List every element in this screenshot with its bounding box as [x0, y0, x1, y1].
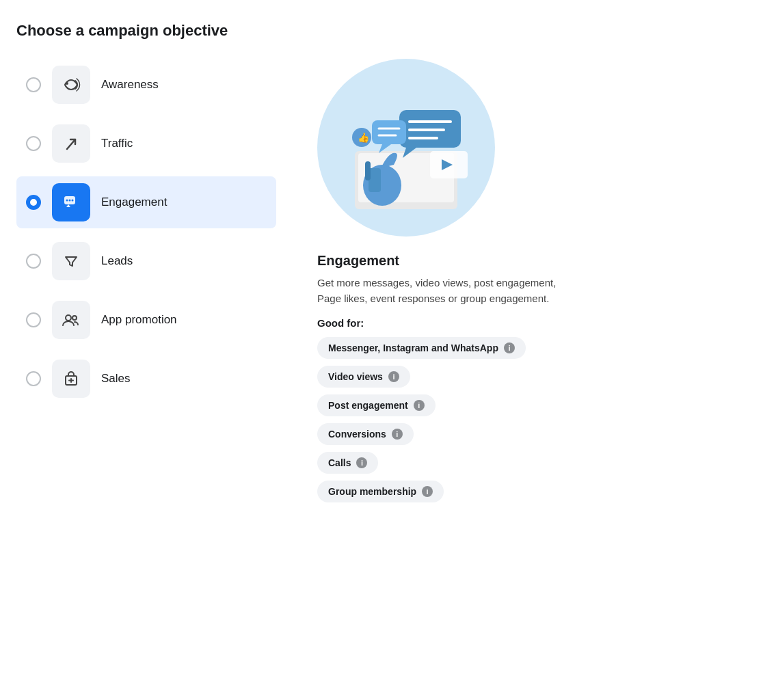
- objective-awareness[interactable]: Awareness: [16, 59, 276, 111]
- traffic-label: Traffic: [101, 137, 133, 150]
- svg-text:👍: 👍: [358, 132, 370, 144]
- sales-label: Sales: [101, 372, 131, 386]
- engagement-label: Engagement: [101, 196, 167, 209]
- radio-sales[interactable]: [26, 371, 41, 386]
- tag-calls-label: Calls: [328, 457, 351, 468]
- awareness-label: Awareness: [101, 78, 159, 92]
- engagement-illustration: 👍: [317, 59, 495, 237]
- tag-group-membership[interactable]: Group membership i: [317, 481, 444, 502]
- objective-leads[interactable]: Leads: [16, 235, 276, 287]
- radio-awareness[interactable]: [26, 77, 41, 92]
- sales-icon-box: [52, 360, 90, 398]
- tag-post-engagement-info-icon[interactable]: i: [414, 400, 425, 411]
- objective-engagement[interactable]: Engagement: [16, 176, 276, 228]
- objective-traffic[interactable]: Traffic: [16, 118, 276, 170]
- tag-post-engagement-label: Post engagement: [328, 400, 408, 411]
- detail-panel: 👍 Engagement Get more messages, video vi…: [317, 59, 747, 502]
- detail-title: Engagement: [317, 253, 747, 269]
- radio-leads[interactable]: [26, 254, 41, 269]
- app-promotion-icon-box: [52, 301, 90, 339]
- leads-label: Leads: [101, 254, 133, 268]
- tag-calls[interactable]: Calls i: [317, 452, 378, 474]
- tag-conversions-info-icon[interactable]: i: [392, 429, 403, 440]
- objective-sales[interactable]: Sales: [16, 353, 276, 405]
- tag-messenger-label: Messenger, Instagram and WhatsApp: [328, 342, 498, 353]
- svg-point-3: [69, 200, 71, 202]
- app-promotion-label: App promotion: [101, 313, 177, 327]
- svg-rect-14: [365, 161, 371, 180]
- tag-conversions-label: Conversions: [328, 429, 386, 440]
- awareness-icon-box: [52, 66, 90, 104]
- traffic-icon-box: [52, 124, 90, 163]
- detail-description: Get more messages, video views, post eng…: [317, 275, 577, 306]
- main-layout: Awareness Traffic: [16, 59, 747, 502]
- page-title: Choose a campaign objective: [16, 22, 747, 40]
- tag-messenger-info-icon[interactable]: i: [504, 342, 515, 353]
- tag-messenger[interactable]: Messenger, Instagram and WhatsApp i: [317, 337, 526, 359]
- tag-calls-info-icon[interactable]: i: [356, 457, 367, 468]
- radio-app-promotion[interactable]: [26, 312, 41, 327]
- tag-post-engagement[interactable]: Post engagement i: [317, 394, 436, 416]
- tag-video-views-info-icon[interactable]: i: [388, 371, 399, 382]
- svg-point-2: [66, 200, 68, 202]
- tag-video-views-label: Video views: [328, 371, 383, 382]
- tag-group-membership-label: Group membership: [328, 486, 416, 497]
- tags-list: Messenger, Instagram and WhatsApp i Vide…: [317, 337, 747, 502]
- radio-engagement[interactable]: [26, 195, 41, 210]
- svg-rect-19: [372, 120, 406, 144]
- svg-point-5: [66, 315, 71, 321]
- tag-video-views[interactable]: Video views i: [317, 366, 410, 388]
- tag-conversions[interactable]: Conversions i: [317, 423, 414, 445]
- tag-group-membership-info-icon[interactable]: i: [422, 486, 433, 497]
- objectives-list: Awareness Traffic: [16, 59, 276, 405]
- good-for-label: Good for:: [317, 317, 747, 329]
- svg-point-6: [72, 316, 77, 320]
- radio-traffic[interactable]: [26, 136, 41, 151]
- objective-app-promotion[interactable]: App promotion: [16, 294, 276, 346]
- engagement-icon-box: [52, 183, 90, 221]
- leads-icon-box: [52, 242, 90, 280]
- svg-point-4: [72, 200, 74, 202]
- svg-point-0: [66, 82, 68, 85]
